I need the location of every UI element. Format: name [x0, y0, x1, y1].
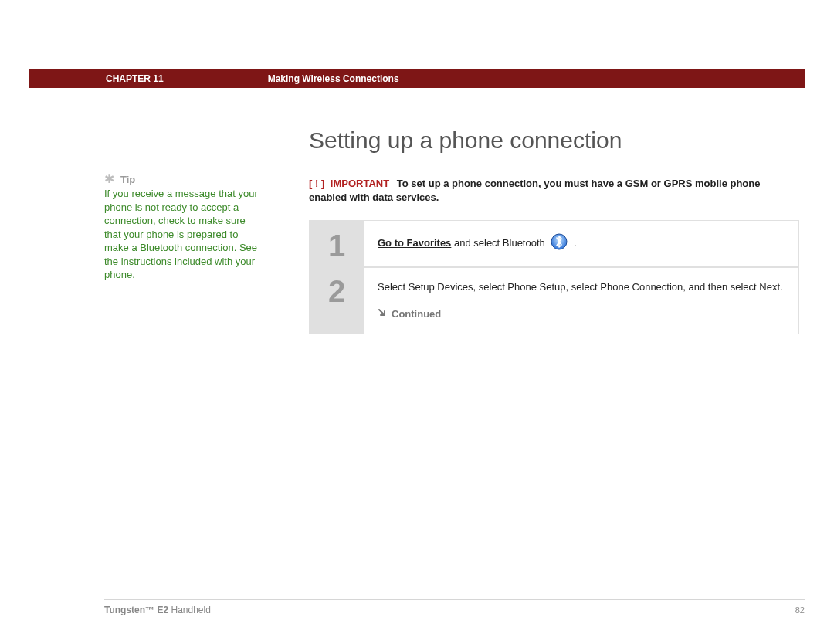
step-content: Go to Favorites and select Bluetooth — [364, 221, 798, 266]
important-brackets: [ ! ] — [309, 178, 324, 189]
important-word: IMPORTANT — [331, 178, 389, 189]
tip-label: Tip — [120, 174, 135, 185]
section-title: Setting up a phone connection — [309, 127, 799, 154]
step-row: 2 Select Setup Devices, select Phone Set… — [310, 266, 798, 334]
footer-product: Tungsten™ E2 Handheld — [104, 605, 211, 615]
step-number: 2 — [310, 266, 364, 334]
chapter-label: CHAPTER 11 — [106, 73, 164, 84]
tip-header: ✱ Tip — [104, 173, 259, 185]
step-content: Select Setup Devices, select Phone Setup… — [364, 266, 798, 334]
bluetooth-icon — [551, 233, 568, 254]
step-text: and select Bluetooth — [451, 237, 548, 249]
tip-sidebar: ✱ Tip If you receive a message that your… — [104, 173, 259, 282]
tip-body: If you receive a message that your phone… — [104, 187, 259, 282]
footer-product-bold: Tungsten™ E2 — [104, 605, 168, 615]
footer-page-number: 82 — [795, 605, 805, 615]
footer-product-rest: Handheld — [168, 605, 211, 615]
main-content: Setting up a phone connection [ ! ] IMPO… — [309, 127, 799, 334]
important-note: [ ! ] IMPORTANT To set up a phone connec… — [309, 177, 799, 205]
asterisk-icon: ✱ — [104, 173, 114, 185]
step-bold-lead: Go to Favorites — [378, 237, 451, 249]
page-footer: Tungsten™ E2 Handheld 82 — [104, 599, 805, 615]
continued-label: Continued — [392, 307, 441, 321]
page: CHAPTER 11 Making Wireless Connections ✱… — [0, 0, 834, 644]
chapter-header-bar: CHAPTER 11 Making Wireless Connections — [29, 69, 805, 88]
chapter-title: Making Wireless Connections — [268, 73, 399, 84]
step-number: 1 — [310, 221, 364, 266]
continued-arrow-icon — [378, 307, 387, 321]
continued-row: Continued — [378, 307, 785, 321]
step-trail: . — [571, 237, 576, 249]
step-text: Select Setup Devices, select Phone Setup… — [378, 281, 783, 293]
step-row: 1 Go to Favorites and select Bluetooth — [310, 221, 798, 266]
steps-list: 1 Go to Favorites and select Bluetooth — [309, 220, 799, 334]
